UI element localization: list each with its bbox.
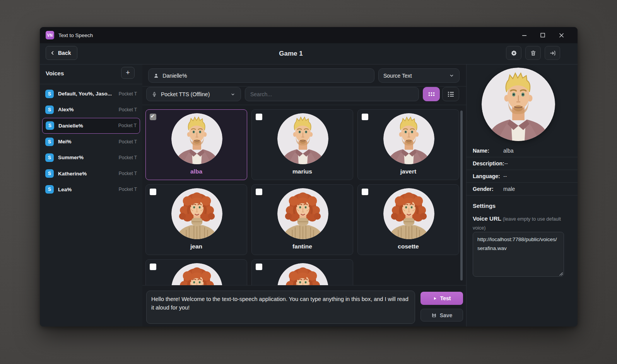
- voice-engine-label: Pocket T: [119, 91, 137, 97]
- voices-sidebar: Voices + SDefault, You%, Jaso...Pocket T…: [40, 65, 142, 327]
- sidebar-divider: [40, 84, 142, 84]
- export-button[interactable]: [545, 46, 560, 60]
- person-icon: [153, 73, 159, 79]
- microphone-icon: [152, 91, 157, 97]
- detail-field-value: male: [503, 186, 515, 192]
- voice-card-name: cosette: [358, 243, 459, 250]
- grid-scrollbar[interactable]: [460, 111, 463, 281]
- voice-checkbox[interactable]: [150, 114, 156, 120]
- header-actions: [506, 46, 560, 60]
- sidebar-voice-item[interactable]: SAlex%Pocket T: [40, 102, 142, 117]
- sidebar-title: Voices: [46, 70, 64, 77]
- voice-card-name: marius: [252, 168, 353, 175]
- sidebar-voice-item[interactable]: SMei%Pocket T: [40, 134, 142, 150]
- voice-checkbox[interactable]: [150, 189, 156, 195]
- voice-card[interactable]: alba: [145, 109, 247, 180]
- add-voice-button[interactable]: +: [121, 67, 135, 79]
- voice-detail-panel: Name:albaDescription:--Language:--Gender…: [467, 65, 578, 327]
- sidebar-voice-item[interactable]: SSummer%Pocket T: [40, 150, 142, 165]
- voice-card-name: javert: [358, 168, 459, 175]
- tts-engine-select[interactable]: Pocket TTS (Offline): [146, 87, 241, 101]
- sidebar-voice-item[interactable]: SDanielle%Pocket T: [42, 118, 140, 134]
- character-name-field[interactable]: [148, 68, 374, 83]
- sidebar-voice-item[interactable]: SDefault, You%, Jaso...Pocket T: [40, 86, 142, 102]
- back-button[interactable]: Back: [46, 46, 77, 60]
- trash-icon: [530, 50, 537, 56]
- source-text-select[interactable]: Source Text: [378, 68, 460, 83]
- voice-avatar: [171, 113, 222, 164]
- voice-url-input[interactable]: http://localhost:7788/public/voices/sera…: [473, 232, 564, 277]
- sidebar-voice-item[interactable]: SKatherine%Pocket T: [40, 165, 142, 181]
- voice-type-badge: S: [45, 138, 54, 146]
- voice-type-badge: S: [45, 90, 54, 98]
- voice-name: Katherine%: [58, 171, 116, 177]
- voice-avatar: [383, 188, 434, 239]
- voice-name: Mei%: [58, 139, 116, 145]
- voice-name: Lea%: [58, 187, 116, 192]
- save-button[interactable]: Save: [420, 309, 463, 321]
- detail-field-row: Description:--: [467, 157, 578, 170]
- maximize-button[interactable]: [533, 27, 552, 43]
- gear-icon: [511, 50, 517, 56]
- test-button[interactable]: Test: [420, 292, 463, 305]
- detail-field-row: Gender:male: [467, 183, 578, 196]
- sidebar-voice-item[interactable]: SLea%Pocket T: [40, 182, 142, 197]
- source-text-value: Source Text: [383, 73, 412, 79]
- voice-grid: albamariusjavertjeanfantinecosette: [145, 109, 459, 285]
- header: Back Game 1: [40, 43, 578, 64]
- detail-field-row: Language:--: [467, 170, 578, 183]
- detail-avatar: [482, 68, 555, 141]
- voice-card[interactable]: jean: [145, 184, 247, 255]
- voice-engine-label: Pocket T: [119, 187, 137, 192]
- voice-checkbox[interactable]: [362, 114, 368, 120]
- voice-card[interactable]: [251, 259, 353, 285]
- voice-search-input[interactable]: [250, 91, 414, 97]
- detail-fields: Name:albaDescription:--Language:--Gender…: [467, 145, 578, 196]
- voice-card[interactable]: fantine: [251, 184, 353, 255]
- voice-name: Alex%: [58, 107, 116, 112]
- settings-title: Settings: [473, 202, 496, 209]
- back-label: Back: [58, 50, 71, 56]
- voice-engine-label: Pocket T: [119, 155, 137, 160]
- app-window: VN Text to Speech Back Game 1: [40, 27, 578, 327]
- grid-view-button[interactable]: [423, 87, 440, 101]
- detail-field-value: alba: [503, 148, 513, 154]
- voices-list: SDefault, You%, Jaso...Pocket TSAlex%Poc…: [40, 86, 142, 197]
- chevron-down-icon: [449, 73, 455, 78]
- tts-text-input[interactable]: Hello there! Welcome to the text-to-spee…: [146, 291, 415, 324]
- detail-field-label: Name:: [473, 148, 503, 154]
- voice-card[interactable]: cosette: [357, 184, 459, 255]
- save-label: Save: [440, 312, 453, 318]
- sign-in-icon: [549, 50, 556, 56]
- voice-card[interactable]: marius: [251, 109, 353, 180]
- voice-card[interactable]: javert: [357, 109, 459, 180]
- close-button[interactable]: [552, 27, 571, 43]
- voice-avatar: [383, 113, 434, 164]
- title-bar[interactable]: VN Text to Speech: [40, 27, 578, 43]
- delete-button[interactable]: [525, 46, 541, 60]
- voice-search-field[interactable]: [245, 87, 419, 101]
- page-title: Game 1: [279, 43, 303, 64]
- voice-checkbox[interactable]: [150, 264, 156, 270]
- list-view-button[interactable]: [442, 87, 459, 101]
- main-panel: Source Text Pocket TTS (Offline) albamar…: [142, 65, 466, 327]
- voice-checkbox[interactable]: [256, 114, 262, 120]
- detail-field-label: Description:: [473, 160, 504, 167]
- tts-engine-value: Pocket TTS (Offline): [161, 91, 226, 97]
- voice-checkbox[interactable]: [256, 264, 262, 270]
- character-name-input[interactable]: [162, 73, 369, 79]
- voice-name: Summer%: [58, 155, 116, 160]
- voice-card[interactable]: [145, 259, 247, 285]
- detail-field-row: Name:alba: [467, 145, 578, 157]
- app-title: Text to Speech: [58, 32, 93, 38]
- main-divider-3: [142, 285, 466, 286]
- voice-avatar: [277, 113, 328, 164]
- window-controls: [515, 27, 571, 43]
- voice-url-label-text: Voice URL: [473, 215, 501, 222]
- voice-checkbox[interactable]: [256, 189, 262, 195]
- voice-engine-label: Pocket T: [119, 139, 137, 145]
- settings-button[interactable]: [506, 46, 521, 60]
- voice-checkbox[interactable]: [362, 189, 368, 195]
- minimize-button[interactable]: [515, 27, 533, 43]
- detail-field-value: --: [503, 173, 507, 179]
